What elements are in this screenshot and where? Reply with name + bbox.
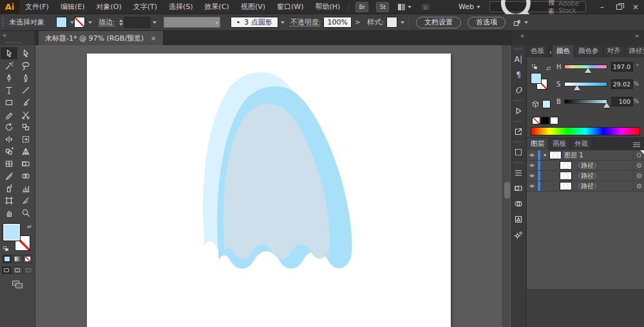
screen-mode-button[interactable] [12,281,23,288]
target-circle-icon[interactable] [637,184,641,188]
fill-color-swatch[interactable] [56,17,67,28]
document-tab[interactable]: 未标题-1* @ 97% (RGB/预览) × [39,31,164,45]
stroke-weight-label[interactable]: 描边: [99,17,115,27]
preferences-button[interactable]: 首选项 [468,17,506,28]
gradient-button[interactable] [13,255,22,263]
style-swatch[interactable] [386,17,397,28]
visibility-toggle[interactable] [527,181,538,191]
character-panel[interactable]: A| [511,52,526,67]
visibility-toggle[interactable] [527,161,538,170]
vertical-scrollbar[interactable] [502,45,510,327]
stroke-weight-stepper[interactable] [119,19,123,26]
opacity-input[interactable]: 100% [323,17,351,28]
tool-blend[interactable] [17,170,34,182]
tool-scissors[interactable] [17,108,34,121]
document-setup-button[interactable]: 文档设置 [416,17,461,28]
brush-dropdown-arrow[interactable] [278,17,285,28]
tool-selection[interactable] [1,47,17,59]
width-profile-dropdown[interactable] [164,17,220,28]
opacity-label[interactable]: 不透明度: [290,17,321,27]
tool-artboard[interactable] [1,194,17,206]
h-slider-track[interactable] [564,64,607,69]
swap-fill-stroke-icon[interactable]: ⇄ [27,224,32,230]
path-row[interactable]: 〈路径〉 [527,171,644,181]
draw-behind-button[interactable] [13,266,23,274]
path-name[interactable]: 〈路径〉 [574,161,633,170]
opentype-panel[interactable]: O [511,83,526,98]
chevron-down-icon[interactable] [524,21,528,24]
menu-item-2[interactable]: 对象(O) [90,0,127,14]
s-slider-track[interactable] [564,82,607,86]
path-row[interactable]: 〈路径〉 [527,181,644,192]
menu-item-1[interactable]: 编辑(E) [55,0,91,14]
fill-swatch[interactable] [531,73,542,84]
workspace-layout-icon[interactable] [398,4,405,10]
minimize-button[interactable]: – [594,0,611,14]
color-tab-1[interactable]: 颜色 [553,45,574,57]
path-thumbnail[interactable] [560,172,572,180]
layers-empty-area[interactable] [527,192,644,289]
tool-lasso[interactable] [17,59,34,72]
fill-color-control[interactable] [3,224,20,241]
tool-shaper[interactable] [1,108,17,121]
asset-export-panel[interactable] [511,227,526,243]
workspace-switcher[interactable]: Web [459,3,480,11]
color-tab-4[interactable]: 路径查 [625,45,644,57]
actions-panel[interactable] [511,103,526,119]
menu-item-4[interactable]: 选择(S) [163,0,199,14]
slider-thumb-icon[interactable] [603,103,610,108]
stroke-weight-dropdown[interactable] [150,17,157,28]
tool-paintbrush[interactable] [17,96,34,108]
paragraph-panel[interactable]: ¶ [511,67,526,83]
target-cell[interactable] [633,181,644,191]
stock-button[interactable]: St [376,2,389,12]
layer-row[interactable]: ▾图层 1 [527,150,644,161]
menu-item-8[interactable]: 帮助(H) [309,0,346,14]
target-circle-icon[interactable] [637,173,641,178]
path-row[interactable]: 〈路径〉 [527,161,644,171]
isolate-selected-icon[interactable] [513,18,522,27]
draw-normal-button[interactable] [2,266,12,274]
stroke-dropdown[interactable] [85,17,92,28]
tool-type[interactable] [1,84,17,96]
tool-rectangle[interactable] [1,96,17,108]
panel-grip[interactable] [2,17,4,28]
artboard[interactable] [87,54,451,327]
b-value-input[interactable]: 100 [611,97,633,106]
collapse-toolbar-icon[interactable]: « [3,32,6,39]
swap-fill-stroke-icon[interactable]: ⇄ [546,65,551,72]
path-name[interactable]: 〈路径〉 [574,182,633,191]
path-thumbnail[interactable] [560,161,572,170]
style-dropdown[interactable] [397,17,404,28]
layer-thumbnail[interactable] [549,151,562,159]
transparency-panel[interactable] [511,196,526,212]
tool-mesh[interactable] [1,157,17,170]
dock-grip[interactable] [514,162,523,163]
visibility-toggle[interactable] [527,150,538,160]
h-value-input[interactable]: 197.0 [611,62,633,72]
opacity-more-button[interactable]: > [352,19,363,26]
target-cell[interactable] [633,150,644,160]
dock-grip[interactable] [514,48,523,50]
menu-item-7[interactable]: 窗口(W) [271,0,309,14]
scrollbar-thumb[interactable] [504,182,510,199]
color-tab-0[interactable]: 色板 [527,45,549,57]
gamut-swatch[interactable] [542,100,551,108]
layers-tab-1[interactable]: 画板 [549,138,571,150]
white-swatch[interactable] [550,117,558,124]
tool-hand[interactable] [1,206,17,219]
symbols-panel[interactable] [511,212,526,227]
tool-scale[interactable] [17,121,34,133]
bridge-button[interactable]: Br [355,2,368,12]
fill-dropdown[interactable] [67,17,74,28]
default-fill-stroke-icon[interactable] [3,246,10,252]
layer-name[interactable]: 图层 1 [564,151,633,160]
tool-direct-selection[interactable] [17,47,34,59]
tool-graph[interactable] [17,182,34,194]
color-spectrum-bar[interactable] [531,127,640,135]
target-cell[interactable] [633,161,644,170]
toolbar-grip[interactable] [5,42,22,43]
stroke-weight-input[interactable] [124,17,150,28]
color-tab-2[interactable]: 颜色参 [574,45,603,57]
collapse-dock-icon[interactable]: « [520,32,524,39]
